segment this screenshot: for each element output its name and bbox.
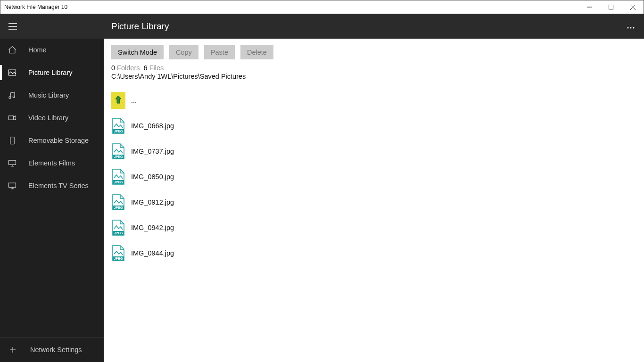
sidebar-item-label: Picture Library bbox=[28, 69, 72, 76]
jpeg-file-icon: JPEG bbox=[111, 219, 125, 236]
switch-mode-button[interactable]: Switch Mode bbox=[111, 45, 164, 59]
file-name: IMG_0944.jpg bbox=[131, 249, 174, 257]
up-directory-row[interactable]: ... bbox=[111, 88, 636, 113]
svg-point-21 bbox=[630, 27, 632, 29]
file-row[interactable]: JPEG IMG_0912.jpg bbox=[111, 189, 636, 215]
hamburger-icon bbox=[8, 23, 17, 30]
more-icon bbox=[627, 27, 635, 29]
sidebar-footer: Network Settings bbox=[0, 337, 104, 362]
file-row[interactable]: JPEG IMG_0942.jpg bbox=[111, 215, 636, 240]
folders-count: 0 bbox=[111, 64, 115, 72]
page-title: Picture Library bbox=[111, 21, 169, 32]
counts: 0 Folders 6 Files bbox=[104, 59, 644, 72]
svg-text:JPEG: JPEG bbox=[114, 257, 123, 260]
window-controls bbox=[578, 0, 644, 14]
file-row[interactable]: JPEG IMG_0944.jpg bbox=[111, 240, 636, 266]
sidebar-item-elements-films[interactable]: Elements Films bbox=[0, 152, 104, 174]
sidebar-item-label: Elements TV Series bbox=[28, 182, 89, 189]
jpeg-file-icon: JPEG bbox=[111, 194, 125, 211]
close-button[interactable] bbox=[622, 0, 644, 14]
jpeg-file-icon: JPEG bbox=[111, 168, 125, 185]
sidebar-item-label: Elements Films bbox=[28, 159, 75, 167]
storage-icon bbox=[8, 136, 21, 145]
sidebar-item-elements-tv-series[interactable]: Elements TV Series bbox=[0, 174, 104, 197]
svg-text:JPEG: JPEG bbox=[114, 181, 123, 184]
file-row[interactable]: JPEG IMG_0737.jpg bbox=[111, 139, 636, 164]
current-path: C:\Users\Andy 1WL\Pictures\Saved Picture… bbox=[104, 72, 644, 86]
sidebar-item-home[interactable]: Home bbox=[0, 39, 104, 61]
file-list: ... JPEG IMG_0668.jpg JPEG IMG_0737.jpg … bbox=[104, 86, 644, 268]
minimize-button[interactable] bbox=[578, 0, 600, 14]
header: Picture Library bbox=[104, 14, 644, 39]
hamburger-button[interactable] bbox=[0, 14, 104, 39]
file-name: IMG_0737.jpg bbox=[131, 148, 174, 155]
picture-icon bbox=[8, 68, 21, 77]
svg-rect-15 bbox=[9, 183, 16, 187]
svg-point-9 bbox=[13, 96, 15, 98]
svg-text:JPEG: JPEG bbox=[114, 130, 123, 133]
up-arrow-icon bbox=[111, 92, 125, 109]
svg-text:JPEG: JPEG bbox=[114, 155, 123, 158]
paste-button[interactable]: Paste bbox=[204, 45, 235, 59]
file-name: IMG_0942.jpg bbox=[131, 224, 174, 231]
maximize-icon bbox=[609, 5, 613, 9]
file-name: IMG_0850.jpg bbox=[131, 173, 174, 181]
sidebar: Home Picture Library Music Library Video… bbox=[0, 14, 104, 362]
file-row[interactable]: JPEG IMG_0668.jpg bbox=[111, 113, 636, 139]
files-count: 6 bbox=[144, 64, 148, 72]
file-name: IMG_0912.jpg bbox=[131, 198, 174, 206]
jpeg-file-icon: JPEG bbox=[111, 117, 125, 134]
toolbar: Switch Mode Copy Paste Delete bbox=[104, 39, 644, 59]
nav: Home Picture Library Music Library Video… bbox=[0, 39, 104, 337]
file-row[interactable]: JPEG IMG_0850.jpg bbox=[111, 164, 636, 189]
copy-button[interactable]: Copy bbox=[169, 45, 198, 59]
sidebar-item-label: Home bbox=[28, 46, 47, 54]
network-settings-button[interactable]: Network Settings bbox=[0, 337, 104, 362]
up-icon-wrap bbox=[111, 92, 125, 109]
sidebar-item-label: Music Library bbox=[28, 91, 69, 99]
monitor-icon bbox=[8, 158, 21, 168]
sidebar-item-video-library[interactable]: Video Library bbox=[0, 107, 104, 129]
more-button[interactable] bbox=[625, 20, 636, 33]
footer-item-label: Network Settings bbox=[30, 346, 82, 354]
window-title: Network File Manager 10 bbox=[4, 4, 67, 10]
files-label: Files bbox=[149, 64, 164, 72]
sidebar-item-label: Video Library bbox=[28, 114, 68, 122]
svg-text:JPEG: JPEG bbox=[114, 206, 123, 209]
svg-rect-11 bbox=[10, 137, 14, 144]
delete-button[interactable]: Delete bbox=[240, 45, 273, 59]
minimize-icon bbox=[587, 5, 592, 9]
svg-point-22 bbox=[633, 27, 635, 29]
sidebar-item-label: Removable Storage bbox=[28, 137, 89, 144]
titlebar: Network File Manager 10 bbox=[0, 0, 644, 14]
sidebar-item-removable-storage[interactable]: Removable Storage bbox=[0, 129, 104, 152]
svg-rect-12 bbox=[9, 160, 16, 165]
maximize-button[interactable] bbox=[600, 0, 622, 14]
file-name: IMG_0668.jpg bbox=[131, 122, 174, 130]
sidebar-item-music-library[interactable]: Music Library bbox=[0, 84, 104, 107]
close-icon bbox=[630, 5, 636, 10]
home-icon bbox=[8, 45, 21, 55]
svg-point-8 bbox=[9, 97, 11, 99]
jpeg-file-icon: JPEG bbox=[111, 143, 125, 160]
svg-text:JPEG: JPEG bbox=[114, 231, 123, 235]
plus-icon bbox=[8, 346, 22, 354]
sidebar-item-picture-library[interactable]: Picture Library bbox=[0, 61, 104, 84]
jpeg-file-icon: JPEG bbox=[111, 245, 125, 262]
main: Picture Library Switch Mode Copy Paste D… bbox=[104, 14, 644, 362]
monitor-icon bbox=[8, 181, 21, 190]
svg-point-20 bbox=[627, 27, 629, 29]
svg-rect-1 bbox=[609, 5, 613, 9]
folders-label: Folders bbox=[117, 64, 140, 72]
svg-rect-10 bbox=[9, 116, 14, 120]
music-icon bbox=[8, 90, 21, 100]
video-icon bbox=[8, 113, 21, 123]
up-label: ... bbox=[131, 97, 137, 104]
